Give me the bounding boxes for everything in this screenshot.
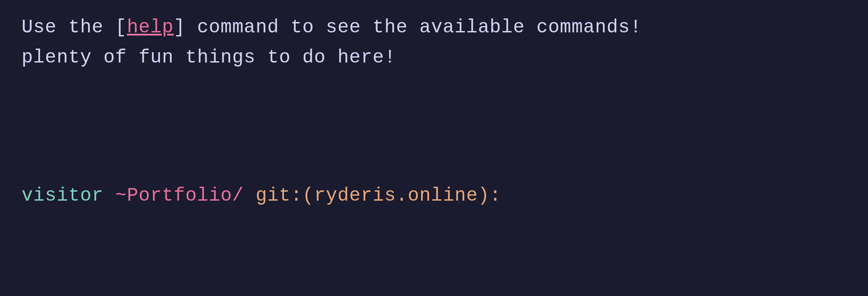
prompt-git-branch: ryderis.online	[314, 185, 478, 206]
prompt-user: visitor	[22, 185, 103, 206]
intro-message: Use the [help] command to see the availa…	[22, 13, 846, 73]
terminal-prompt: visitor ~Portfolio/ git:(ryderis.online)…	[22, 181, 846, 211]
command-input[interactable]	[518, 185, 698, 206]
bracket-open: [	[115, 17, 127, 38]
message-line-2: plenty of fun things to do here!	[22, 43, 846, 73]
prompt-colon: :	[490, 185, 501, 206]
message-text: command to see the available commands!	[186, 17, 642, 38]
help-link[interactable]: help	[127, 17, 173, 38]
prompt-git-paren-close: )	[478, 185, 490, 206]
bracket-close: ]	[174, 17, 186, 38]
prompt-git-paren-open: (	[302, 185, 314, 206]
prompt-path: ~Portfolio/	[115, 185, 244, 206]
message-line-1: Use the [help] command to see the availa…	[22, 13, 846, 43]
message-text: Use the	[22, 17, 115, 38]
message-text: plenty of fun things to do here!	[22, 47, 396, 68]
prompt-git-label: git:	[256, 185, 302, 206]
